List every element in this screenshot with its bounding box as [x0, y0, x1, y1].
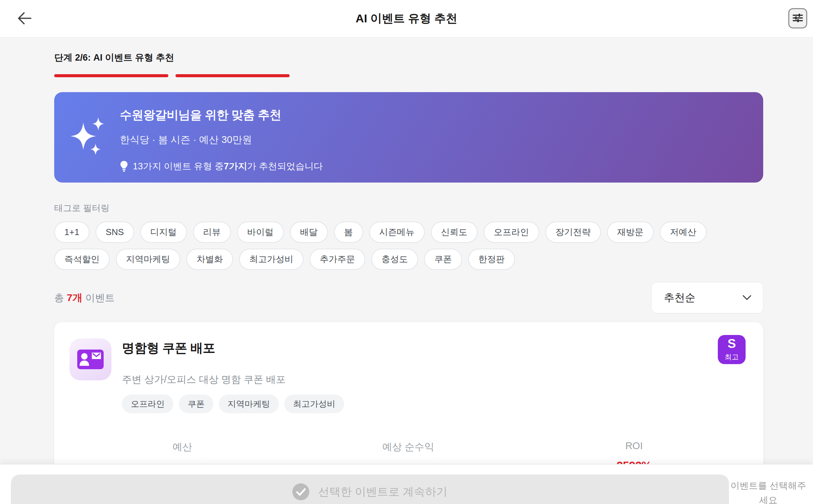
stat-label: ROI: [521, 440, 747, 451]
tag-filter-chip[interactable]: SNS: [96, 222, 134, 243]
event-tag: 지역마케팅: [219, 395, 279, 413]
step-indicator: 단계 2/6: AI 이벤트 유형 추천: [54, 51, 763, 64]
sparkles-icon: [70, 115, 106, 168]
recommendation-banner: 수원왕갈비님을 위한 맞춤 추천 한식당 · 봄 시즌 · 예산 30만원 13…: [54, 92, 763, 183]
sliders-icon: [792, 12, 804, 25]
bottom-bar: 선택한 이벤트로 계속하기 이벤트를 선택해주세요: [0, 464, 813, 504]
grade-badge-letter: S: [728, 337, 736, 350]
selection-helper-text: 이벤트를 선택해주세요: [728, 479, 808, 504]
contact-card-icon: [69, 338, 111, 380]
tag-filter-chip[interactable]: 1+1: [54, 222, 89, 243]
tag-filter-list: 1+1 SNS 디지털 리뷰 바이럴 배달 봄 시즌메뉴 신뢰도 오프라인 장기…: [54, 222, 763, 270]
progress-bar: [54, 74, 763, 77]
banner-subtitle: 한식당 · 봄 시즌 · 예산 30만원: [120, 133, 323, 147]
progress-segment-filled: [175, 74, 290, 77]
tag-filter-chip[interactable]: 즉석할인: [54, 249, 110, 270]
continue-button[interactable]: 선택한 이벤트로 계속하기: [11, 475, 729, 504]
event-count-suffix: 이벤트: [85, 292, 115, 303]
progress-segment-filled: [54, 74, 168, 77]
lightbulb-icon: [120, 161, 128, 172]
tag-filter-chip[interactable]: 쿠폰: [424, 249, 462, 270]
page-title: AI 이벤트 유형 추천: [356, 11, 457, 26]
continue-button-label: 선택한 이벤트로 계속하기: [318, 483, 447, 500]
tag-filter-chip[interactable]: 추가주문: [310, 249, 365, 270]
grade-badge: S 최고: [718, 335, 746, 364]
filter-settings-button[interactable]: [788, 8, 807, 28]
banner-text: 수원왕갈비님을 위한 맞춤 추천 한식당 · 봄 시즌 · 예산 30만원 13…: [120, 107, 323, 168]
event-count-prefix: 총: [54, 292, 64, 303]
arrow-left-icon: [17, 12, 32, 26]
banner-info-highlight: 7가지: [224, 160, 247, 172]
app-header: AI 이벤트 유형 추천: [0, 0, 813, 38]
event-card[interactable]: 명함형 쿠폰 배포 주변 상가/오피스 대상 명함 쿠폰 배포 오프라인 쿠폰 …: [54, 322, 763, 475]
event-card-body: 명함형 쿠폰 배포 주변 상가/오피스 대상 명함 쿠폰 배포 오프라인 쿠폰 …: [122, 338, 344, 413]
event-count-value: 7개: [67, 292, 83, 303]
tag-filter-chip[interactable]: 최고가성비: [239, 249, 304, 270]
event-count: 총7개이벤트: [54, 291, 115, 305]
tag-filter-chip[interactable]: 한정판: [468, 249, 515, 270]
sort-selected-value: 추천순: [664, 291, 695, 305]
event-card-head: 명함형 쿠폰 배포 주변 상가/오피스 대상 명함 쿠폰 배포 오프라인 쿠폰 …: [69, 338, 747, 413]
check-circle-icon: [292, 483, 309, 501]
banner-title: 수원왕갈비님을 위한 맞춤 추천: [120, 107, 323, 123]
banner-info-prefix: 13가지 이벤트 유형 중: [133, 160, 224, 172]
stat-label: 예상 순수익: [295, 440, 521, 454]
tag-filter-chip[interactable]: 배달: [290, 222, 328, 243]
tag-filter-chip[interactable]: 신뢰도: [431, 222, 478, 243]
banner-info-suffix: 가 추천되었습니다: [247, 160, 323, 172]
banner-info: 13가지 이벤트 유형 중 7가지가 추천되었습니다: [120, 160, 323, 172]
tag-filter-chip[interactable]: 장기전략: [545, 222, 601, 243]
sort-select[interactable]: 추천순: [651, 282, 763, 313]
tag-filter-chip[interactable]: 저예산: [660, 222, 707, 243]
event-tag: 오프라인: [122, 395, 173, 413]
tag-filter-chip[interactable]: 오프라인: [484, 222, 539, 243]
main-content: 단계 2/6: AI 이벤트 유형 추천 수원왕갈비님을 위한 맞춤 추천 한식…: [54, 37, 763, 475]
tag-filter-chip[interactable]: 차별화: [186, 249, 233, 270]
tag-filter-chip[interactable]: 충성도: [371, 249, 418, 270]
tag-filter-chip[interactable]: 바이럴: [237, 222, 284, 243]
tag-filter-chip[interactable]: 봄: [334, 222, 363, 243]
event-tag-list: 오프라인 쿠폰 지역마케팅 최고가성비: [122, 395, 344, 413]
list-header: 총7개이벤트 추천순: [54, 282, 763, 313]
stat-label: 예산: [69, 440, 295, 454]
tag-filter-chip[interactable]: 재방문: [607, 222, 654, 243]
event-title: 명함형 쿠폰 배포: [122, 340, 344, 357]
grade-badge-label: 최고: [725, 352, 739, 362]
tag-filter-chip[interactable]: 시즌메뉴: [369, 222, 425, 243]
filter-label: 태그로 필터링: [54, 202, 763, 214]
tag-filter-chip[interactable]: 지역마케팅: [116, 249, 180, 270]
chevron-down-icon: [742, 292, 752, 304]
back-button[interactable]: [15, 9, 34, 28]
tag-filter-chip[interactable]: 디지털: [140, 222, 187, 243]
tag-filter-chip[interactable]: 리뷰: [193, 222, 231, 243]
event-tag: 최고가성비: [284, 395, 344, 413]
event-tag: 쿠폰: [179, 395, 213, 413]
event-description: 주변 상가/오피스 대상 명함 쿠폰 배포: [122, 373, 344, 386]
